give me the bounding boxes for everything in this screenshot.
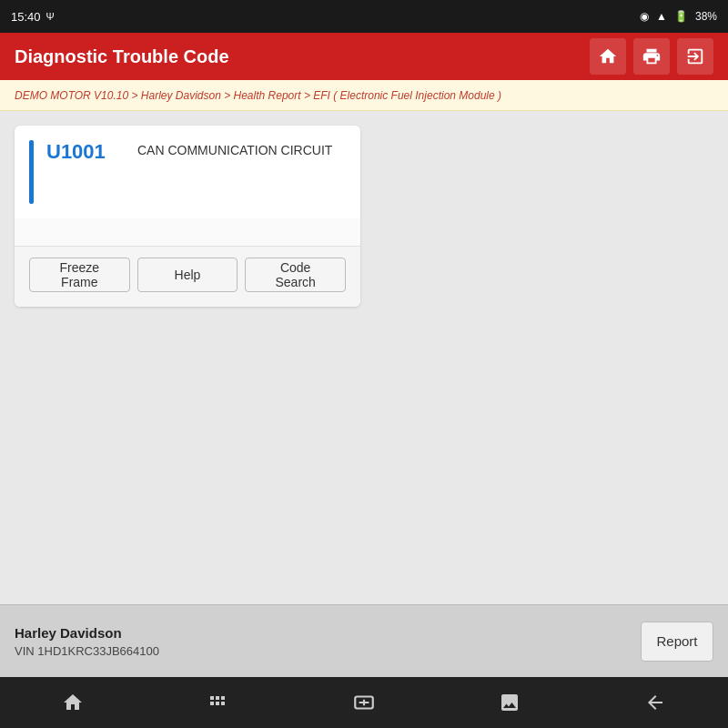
wifi-icon: ▲ (656, 10, 667, 23)
main-content: U1001 CAN COMMUNICATION CIRCUIT Freeze F… (0, 111, 728, 604)
vin-label: VIN (15, 644, 35, 658)
breadcrumb-text: DEMO MOTOR V10.10 > Harley Davidson > He… (15, 89, 501, 102)
dtc-card: U1001 CAN COMMUNICATION CIRCUIT Freeze F… (15, 126, 360, 307)
freeze-frame-button[interactable]: Freeze Frame (29, 258, 130, 292)
report-button[interactable]: Report (641, 622, 713, 662)
vehicle-name: Harley Davidson (15, 625, 159, 641)
battery-level: 38% (695, 10, 717, 23)
nav-back-icon (644, 692, 666, 713)
battery-icon: 🔋 (674, 10, 688, 23)
dtc-card-buttons: Freeze Frame Help Code Search (15, 246, 360, 307)
dtc-code: U1001 (46, 140, 119, 164)
dtc-card-header: U1001 CAN COMMUNICATION CIRCUIT (15, 126, 360, 218)
status-time: 15:40 (11, 10, 41, 24)
vehicle-info-text: Harley Davidson VIN 1HD1KRC33JB664100 (15, 625, 159, 658)
page-title: Diagnostic Trouble Code (15, 46, 229, 67)
signal-icon: Ψ (46, 11, 55, 22)
nav-vci-button[interactable] (342, 681, 386, 724)
vehicle-vin: VIN 1HD1KRC33JB664100 (15, 644, 159, 658)
nav-windows-button[interactable] (197, 681, 240, 724)
vehicle-info-bar: Harley Davidson VIN 1HD1KRC33JB664100 Re… (0, 604, 728, 677)
code-search-button[interactable]: Code Search (245, 258, 346, 292)
print-button[interactable] (633, 38, 670, 75)
location-icon: ◉ (640, 10, 649, 23)
nav-media-button[interactable] (488, 681, 531, 724)
print-icon (642, 46, 662, 66)
nav-vci-icon (352, 691, 376, 714)
exit-icon (685, 46, 705, 66)
title-actions (590, 38, 713, 75)
nav-windows-icon (207, 692, 229, 713)
dtc-spacer (15, 218, 360, 246)
help-button[interactable]: Help (137, 258, 238, 292)
bottom-nav (0, 677, 728, 728)
nav-back-button[interactable] (633, 681, 677, 724)
breadcrumb: DEMO MOTOR V10.10 > Harley Davidson > He… (0, 80, 728, 111)
nav-media-icon (499, 692, 521, 713)
title-bar: Diagnostic Trouble Code (0, 33, 728, 80)
status-bar: 15:40 Ψ ◉ ▲ 🔋 38% (0, 0, 728, 33)
exit-button[interactable] (677, 38, 713, 75)
dtc-description: CAN COMMUNICATION CIRCUIT (137, 140, 332, 160)
dtc-accent-bar (29, 140, 34, 204)
nav-home-button[interactable] (51, 681, 95, 724)
vin-value: 1HD1KRC33JB664100 (37, 644, 159, 658)
home-button[interactable] (590, 38, 626, 75)
nav-home-icon (62, 692, 84, 713)
home-icon (598, 46, 618, 66)
